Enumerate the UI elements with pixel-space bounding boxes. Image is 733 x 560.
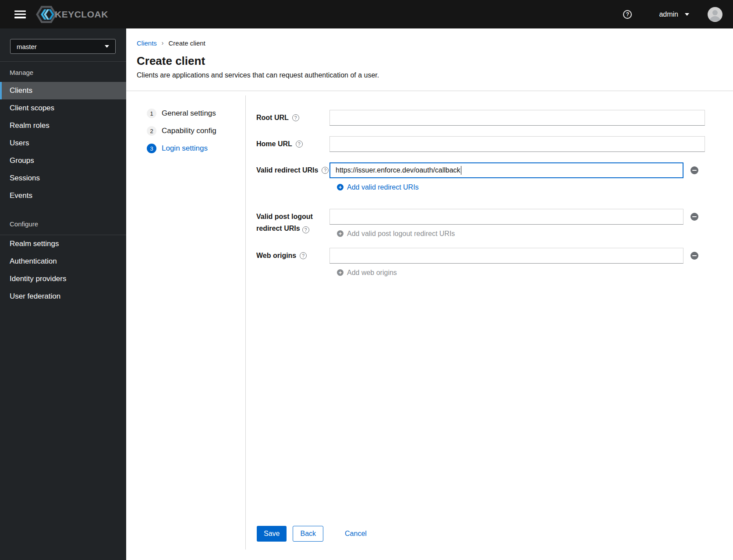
add-valid-redirect-uris-button[interactable]: Add valid redirect URIs (337, 183, 698, 191)
sidebar-item-user-federation[interactable]: User federation (0, 288, 126, 305)
help-icon[interactable] (322, 167, 329, 174)
home-url-label: Home URL (256, 136, 329, 152)
sidebar-item-users[interactable]: Users (0, 134, 126, 152)
realm-selector[interactable]: master (10, 39, 116, 54)
step-label: General settings (162, 109, 216, 118)
wizard-step-login-settings[interactable]: 3 Login settings (147, 144, 208, 153)
breadcrumb: Clients › Create client (137, 39, 722, 47)
minus-circle-icon[interactable] (691, 213, 698, 221)
root-url-input[interactable] (329, 110, 705, 126)
help-icon[interactable] (623, 10, 632, 19)
user-avatar-icon (708, 7, 722, 22)
cancel-button[interactable]: Cancel (338, 526, 374, 542)
valid-redirect-uris-label: Valid redirect URIs (256, 162, 329, 178)
text-cursor (461, 166, 462, 175)
nav-section-title-configure: Configure (0, 204, 126, 228)
back-button[interactable]: Back (293, 526, 323, 542)
sidebar-item-authentication[interactable]: Authentication (0, 253, 126, 270)
page-title: Create client (137, 54, 722, 68)
wizard-footer: Save Back Cancel (257, 526, 374, 542)
wizard-step-nav: 1 General settings 2 Capability config 3… (126, 91, 245, 560)
web-origins-label: Web origins (256, 248, 329, 264)
form-row-valid-redirect-uris: Valid redirect URIs https://issuer.enfor… (256, 162, 733, 191)
web-origins-input[interactable] (329, 248, 683, 264)
sidebar-item-identity-providers[interactable]: Identity providers (0, 270, 126, 288)
step-number: 1 (147, 109, 156, 118)
home-url-input[interactable] (329, 136, 705, 152)
chevron-down-icon (685, 13, 689, 16)
plus-circle-icon (337, 230, 343, 237)
help-icon[interactable] (292, 114, 299, 121)
wizard-step-capability-config[interactable]: 2 Capability config (147, 126, 216, 136)
form-row-root-url: Root URL (256, 110, 733, 126)
add-web-origins-button[interactable]: Add web origins (337, 269, 698, 276)
keycloak-logo: KEYCLOAK (35, 5, 108, 24)
nav-toggle-icon[interactable] (14, 11, 26, 18)
sidebar-item-events[interactable]: Events (0, 187, 126, 204)
help-icon[interactable] (302, 226, 309, 233)
form-row-home-url: Home URL (256, 136, 733, 152)
valid-redirect-uris-input[interactable]: https://issuer.enforce.dev/oauth/callbac… (329, 162, 683, 178)
add-valid-post-logout-redirect-uris-button[interactable]: Add valid post logout redirect URIs (337, 230, 698, 237)
sidebar: master Manage Clients Client scopes Real… (0, 28, 126, 560)
sidebar-item-sessions[interactable]: Sessions (0, 169, 126, 187)
masthead: KEYCLOAK admin (0, 0, 733, 28)
breadcrumb-current: Create client (169, 39, 205, 47)
save-button[interactable]: Save (257, 526, 287, 542)
main-content: Clients › Create client Create client Cl… (126, 28, 733, 560)
minus-circle-icon[interactable] (691, 166, 698, 174)
wizard: 1 General settings 2 Capability config 3… (126, 91, 733, 560)
brand-text: KEYCLOAK (55, 9, 108, 20)
plus-circle-icon (337, 269, 343, 276)
sidebar-item-realm-settings[interactable]: Realm settings (0, 235, 126, 253)
chevron-down-icon (105, 45, 109, 48)
step-label: Login settings (162, 144, 208, 153)
login-settings-form: Root URL Home URL Valid redirect URIs (245, 91, 733, 560)
wizard-step-general-settings[interactable]: 1 General settings (147, 109, 216, 118)
step-label: Capability config (162, 127, 216, 135)
realm-selector-value: master (17, 43, 37, 50)
step-number: 3 (147, 144, 156, 153)
minus-circle-icon[interactable] (691, 252, 698, 260)
avatar[interactable] (708, 7, 722, 22)
user-menu-dropdown[interactable]: admin (659, 11, 689, 18)
step-number: 2 (147, 126, 156, 136)
help-icon[interactable] (300, 252, 307, 259)
valid-post-logout-redirect-uris-input[interactable] (329, 209, 683, 225)
page-subtitle: Clients are applications and services th… (137, 70, 722, 80)
plus-circle-icon (337, 184, 343, 190)
form-row-valid-post-logout-redirect-uris: Valid post logout redirect URIs Add vali… (256, 209, 733, 237)
masthead-toolbar: admin (623, 7, 733, 22)
breadcrumb-separator-icon: › (162, 39, 164, 46)
nav-section-title-manage: Manage (0, 62, 126, 82)
breadcrumb-link-clients[interactable]: Clients (137, 39, 157, 47)
valid-post-logout-redirect-uris-label: Valid post logout redirect URIs (256, 209, 329, 234)
keycloak-logo-icon (35, 5, 57, 24)
sidebar-item-groups[interactable]: Groups (0, 152, 126, 169)
root-url-label: Root URL (256, 110, 329, 126)
form-row-web-origins: Web origins Add web origins (256, 248, 733, 276)
sidebar-item-clients[interactable]: Clients (0, 82, 126, 99)
page-header: Clients › Create client Create client Cl… (126, 28, 733, 91)
help-icon[interactable] (296, 141, 303, 148)
username: admin (659, 11, 678, 18)
sidebar-item-realm-roles[interactable]: Realm roles (0, 117, 126, 134)
sidebar-item-client-scopes[interactable]: Client scopes (0, 99, 126, 117)
